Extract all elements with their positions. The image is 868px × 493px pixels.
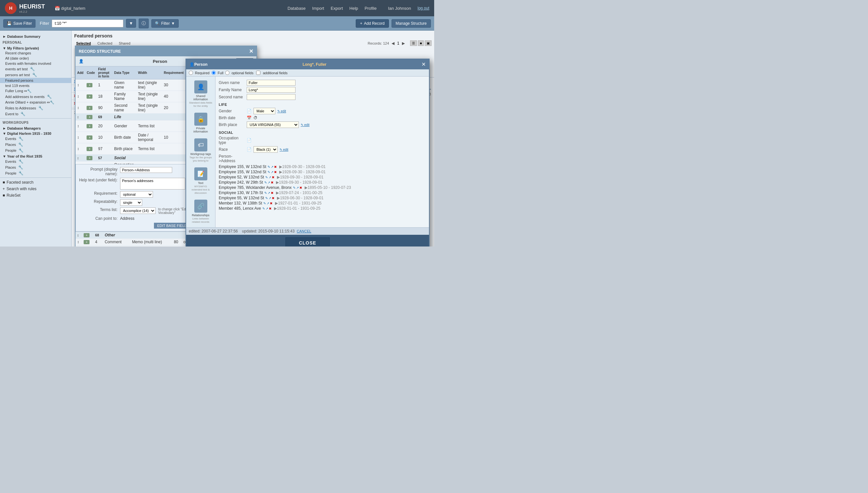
icon-item-workgroup[interactable]: 🏷 Workgroup tagsTags for the groups you … — [187, 137, 214, 164]
nav-help[interactable]: Help — [350, 6, 358, 11]
filter-input[interactable] — [52, 20, 124, 27]
sidebar-digital-harlem-group[interactable]: ▼ Digital Harlem 1915 - 1930 — [0, 131, 71, 136]
calendar-icon[interactable]: 📅 — [247, 115, 251, 120]
view-grid-button[interactable]: ■ — [418, 40, 424, 46]
radio-full[interactable] — [212, 71, 216, 75]
filter-info-button[interactable]: ⓘ — [139, 19, 149, 28]
link-addr-6[interactable]: ↗ — [268, 196, 271, 200]
sidebar-item-roles-to-addresses[interactable]: Roles to Addresses 🔧 — [0, 105, 71, 111]
del-addr-7[interactable]: ✖ — [270, 201, 272, 205]
nav-logout[interactable]: log out — [418, 6, 429, 10]
app-logo[interactable]: H HEURIST v4.2.2 — [5, 2, 45, 14]
repeat-select[interactable]: single multiple — [120, 199, 142, 206]
nav-profile[interactable]: Profile — [364, 6, 377, 11]
clock-icon[interactable]: ⏱ — [253, 115, 258, 120]
prev-page-icon[interactable]: ◀ — [392, 41, 395, 46]
filter-button[interactable]: 🔍 Filter ▼ — [151, 19, 179, 28]
link-addr-4[interactable]: ↗ — [296, 186, 299, 190]
nav-import[interactable]: Import — [312, 6, 324, 11]
edit-addr-2[interactable]: ✎ — [265, 175, 268, 179]
sidebar-db-managers-group[interactable]: ► Database Managers — [0, 125, 71, 131]
next-page-icon[interactable]: ▶ — [402, 41, 405, 46]
manage-structure-button[interactable]: Manage Structure — [392, 19, 431, 28]
nav-database[interactable]: Database — [287, 6, 306, 11]
filter-down-button[interactable]: ▼ — [126, 19, 136, 28]
sidebar-item-add-addresses[interactable]: Add addresses to events 🔧 — [0, 94, 71, 100]
edit-addr-5[interactable]: ✎ — [264, 191, 267, 195]
edit-addr-8[interactable]: ✎ — [262, 207, 265, 210]
edit-addr-4[interactable]: ✎ — [293, 186, 295, 190]
form-race-select[interactable]: Black (1) — [253, 146, 277, 153]
sidebar-item-event-to[interactable]: Event to 🔧 — [0, 111, 71, 117]
sidebar-item-yr-places[interactable]: Places 🔧 — [0, 165, 71, 170]
sidebar-search-with-rules[interactable]: + Search with rules — [0, 186, 71, 192]
add-group-button[interactable]: + — [87, 115, 92, 119]
featured-tab-shared[interactable]: Shared — [117, 41, 132, 46]
edit-addr-7[interactable]: ✎ — [263, 201, 266, 205]
sidebar-item-featured-persons[interactable]: Featured persons — [0, 78, 71, 83]
sidebar-item-persons-art-test[interactable]: persons art test 🔧 — [0, 72, 71, 78]
sidebar-item-yr-people[interactable]: People 🔧 — [0, 170, 71, 176]
radio-required[interactable] — [189, 71, 193, 75]
link-addr-0[interactable]: ↗ — [271, 165, 273, 169]
add-comment-button[interactable]: + — [84, 240, 89, 244]
add-field-button-2[interactable]: + — [87, 94, 92, 99]
link-addr-1[interactable]: ↗ — [271, 170, 273, 174]
sidebar-item-events-females[interactable]: Events with females involved — [0, 61, 71, 66]
sidebar-ruleset[interactable]: ■ RuleSet — [0, 192, 71, 199]
add-birthdate-button[interactable]: + — [87, 135, 92, 140]
sidebar-item-dh-places[interactable]: Places 🔧 — [0, 142, 71, 148]
additional-fields-checkbox[interactable] — [256, 71, 260, 75]
sidebar-item-dh-events[interactable]: Events 🔧 — [0, 136, 71, 142]
add-field-button[interactable]: + — [87, 83, 92, 87]
link-addr-2[interactable]: ↗ — [268, 175, 271, 179]
del-addr-4[interactable]: ✖ — [299, 186, 302, 190]
sidebar-faceted-search[interactable]: ■ Faceted search — [0, 179, 71, 186]
nav-export[interactable]: Export — [331, 6, 343, 11]
form-birth-place-select[interactable]: USA VIRGINIA (55) — [247, 122, 299, 128]
edit-addr-1[interactable]: ✎ — [268, 170, 270, 174]
sidebar-item-test-119[interactable]: test 119 events — [0, 83, 71, 88]
del-addr-2[interactable]: ✖ — [272, 175, 274, 179]
sidebar-item-all-date[interactable]: All (date order) — [0, 56, 71, 61]
prompt-input[interactable] — [120, 167, 172, 173]
sidebar-item-annie-dillard[interactable]: Annie Dillard + expansion ⇔🔧 — [0, 100, 71, 105]
add-record-button[interactable]: + Add Record — [356, 19, 388, 28]
view-list-button[interactable]: ☰ — [410, 40, 417, 46]
edit-gender-link[interactable]: ✎ edit — [277, 109, 286, 113]
view-card-button[interactable]: ▣ — [425, 40, 431, 46]
del-addr-1[interactable]: ✖ — [274, 170, 276, 174]
sidebar-item-recent-changes[interactable]: Recent changes — [0, 50, 71, 56]
featured-tab-collected[interactable]: Collected — [95, 41, 114, 46]
icon-item-text[interactable]: 📝 TextWYSiWYG extended text & discussion — [187, 166, 214, 196]
edit-addr-3[interactable]: ✎ — [264, 181, 267, 184]
edit-addr-0[interactable]: ✎ — [268, 165, 270, 169]
modal-close-button[interactable]: ✕ — [249, 48, 253, 55]
sidebar-item-dh-people[interactable]: People 🔧 — [0, 148, 71, 153]
add-birthplace-button[interactable]: + — [87, 147, 92, 151]
add-social-group-button[interactable]: + — [87, 156, 92, 160]
req-select[interactable]: optional required recommended — [120, 191, 153, 198]
icon-item-private[interactable]: 🔒 Private information — [187, 111, 214, 134]
form-second-input[interactable] — [247, 94, 295, 100]
link-addr-5[interactable]: ↗ — [268, 191, 270, 195]
icon-item-shared[interactable]: 👤 Shared informationStandard data fields… — [187, 79, 214, 109]
edit-race-link[interactable]: ✎ edit — [280, 148, 288, 151]
sidebar-item-events-art-test[interactable]: events art test 🔧 — [0, 66, 71, 72]
del-addr-8[interactable]: ✖ — [269, 207, 271, 210]
sidebar-database-summary[interactable]: ► Database Summary — [0, 33, 71, 40]
add-other-group-button[interactable]: + — [84, 233, 89, 237]
sidebar-year-riot-group[interactable]: ▼ Year of the Riot 1935 — [0, 153, 71, 158]
edit-addr-6[interactable]: ✎ — [265, 196, 268, 200]
help-textarea[interactable]: Person's addresses — [120, 178, 185, 190]
icon-item-relationships[interactable]: 🔗 RelationshipsLinks between related rec… — [187, 198, 214, 225]
add-field-button-3[interactable]: + — [87, 106, 92, 110]
del-addr-0[interactable]: ✖ — [274, 165, 276, 169]
link-addr-8[interactable]: ↗ — [266, 207, 268, 210]
link-addr-3[interactable]: ↗ — [268, 181, 270, 184]
del-addr-5[interactable]: ✖ — [271, 191, 273, 195]
close-big-button[interactable]: CLOSE — [285, 237, 329, 246]
sidebar-item-fuller-long[interactable]: Fuller Long ⇔🔧 — [0, 88, 71, 94]
form-family-input[interactable] — [247, 87, 295, 93]
form-given-input[interactable] — [247, 80, 295, 86]
